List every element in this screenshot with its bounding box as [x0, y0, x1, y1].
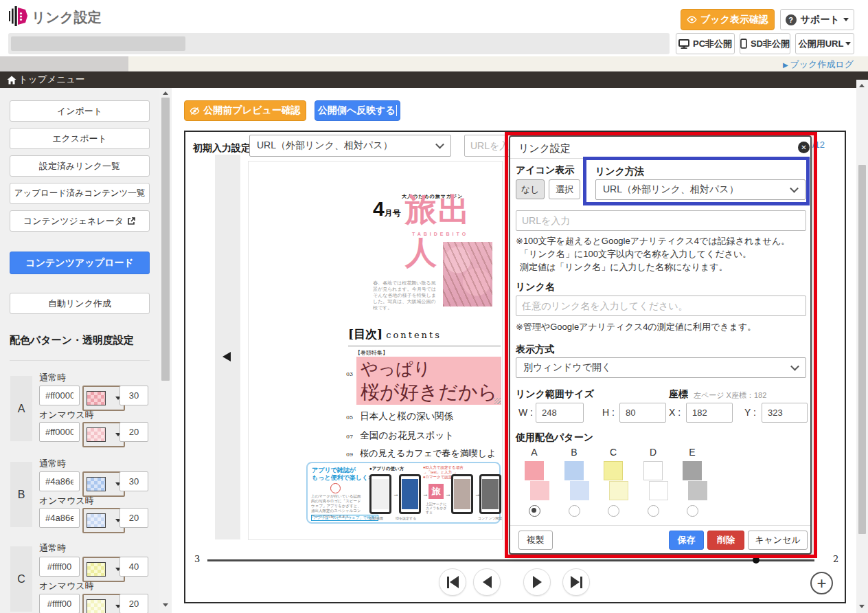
sidebar-item-link-list[interactable]: 設定済みリンク一覧 [10, 155, 150, 177]
w-label: W : [518, 407, 533, 418]
duplicate-button[interactable]: 複製 [518, 531, 553, 550]
slider-right-page-number: 2 [833, 554, 838, 564]
pattern-c-normal-swatch-dropdown[interactable] [82, 557, 125, 582]
display-mode-select[interactable]: 別ウィンドウで開く [516, 357, 806, 378]
delete-button[interactable]: 削除 [707, 531, 744, 550]
pattern-d-radio[interactable] [648, 505, 659, 517]
next-page-button[interactable] [523, 568, 551, 596]
pattern-b-label: B [10, 462, 32, 527]
pattern-b-hover-opacity-input[interactable] [119, 508, 148, 528]
prev-page-button[interactable] [473, 568, 501, 596]
pattern-c-hover-color-input[interactable] [39, 594, 80, 613]
pattern-c-normal-color-input[interactable] [39, 557, 80, 577]
scroll-down-icon[interactable] [163, 603, 168, 607]
pc-private-button[interactable]: PC非公開 [676, 33, 735, 54]
top-menu-link[interactable]: トップメニュー [7, 74, 84, 86]
x-input[interactable] [686, 403, 733, 423]
pattern-c-hover-swatch-dropdown[interactable] [82, 594, 125, 613]
public-url-button[interactable]: 公開用URL [795, 33, 854, 54]
pattern-hover-swatch [530, 481, 549, 500]
pattern-c-hover-opacity-input[interactable] [119, 594, 148, 613]
link-method-select[interactable]: URL（外部リンク、相対パス） [595, 179, 806, 200]
chevron-down-icon [790, 362, 799, 371]
sidebar-item-export[interactable]: エクスポート [10, 128, 150, 149]
pattern-b-hover-swatch-dropdown[interactable] [82, 508, 125, 533]
sd-private-button[interactable]: SD非公開 [740, 33, 790, 54]
toc-item: 07 全国のお花見スポット [346, 428, 454, 442]
pattern-normal-swatch [643, 461, 663, 480]
initial-input-label: 初期入力設定 [193, 142, 251, 155]
last-page-button[interactable] [562, 568, 590, 596]
y-input[interactable] [762, 403, 808, 423]
color-swatch [87, 562, 106, 577]
pattern-a-normal-opacity-input[interactable] [119, 386, 148, 405]
first-page-button[interactable] [439, 568, 466, 596]
eye-icon [687, 15, 697, 24]
support-button[interactable]: ? サポート [780, 9, 854, 30]
pattern-a-label: A [10, 376, 32, 441]
pattern-b-radio[interactable] [569, 505, 580, 517]
resize-handle[interactable] [494, 398, 501, 404]
url-input[interactable] [516, 210, 806, 231]
toc-rule [348, 346, 501, 346]
pattern-hover-swatch [649, 481, 668, 500]
pattern-a-normal-color-input[interactable] [39, 386, 80, 405]
sidebar-item-auto-link[interactable]: 自動リンク作成 [10, 293, 150, 314]
pattern-a-radio[interactable] [529, 505, 540, 517]
pattern-b-normal-swatch-dropdown[interactable] [82, 471, 125, 497]
page-slider-track[interactable] [207, 559, 814, 561]
pattern-b-normal-opacity-input[interactable] [119, 471, 148, 491]
scroll-up-icon[interactable] [163, 91, 168, 95]
divider [10, 360, 150, 361]
pattern-a-hover-swatch-dropdown[interactable] [82, 422, 125, 447]
sidebar-scrollbar-thumb[interactable] [161, 98, 170, 381]
scroll-up-icon[interactable] [859, 84, 865, 87]
book-title-redacted [11, 36, 185, 51]
icon-none-button[interactable]: なし [516, 179, 545, 199]
pattern-a-hover-opacity-input[interactable] [119, 422, 148, 442]
height-input[interactable] [619, 403, 666, 423]
sidebar-item-content-upload[interactable]: コンテンツアップロード [10, 252, 150, 274]
pattern-e-radio[interactable] [687, 505, 698, 517]
width-input[interactable] [536, 403, 584, 423]
book-log-link[interactable]: ▶ ブック作成ログ [783, 58, 854, 71]
feature-title-line1: やっぱり [361, 357, 431, 380]
toc-item: 05 日本人と桜の深い関係 [346, 409, 453, 423]
caret-down-icon [843, 18, 849, 21]
pattern-a-normal-swatch-dropdown[interactable] [82, 386, 125, 411]
pattern-b-normal-color-input[interactable] [39, 471, 80, 491]
scroll-down-icon[interactable] [859, 605, 865, 608]
link-highlight-region[interactable]: やっぱり 桜が好きだから [356, 357, 501, 405]
initial-link-method-select[interactable]: URL（外部リンク、相対パス） [249, 135, 451, 157]
page-flip-strip[interactable] [215, 155, 240, 539]
zoom-in-button[interactable]: + [810, 572, 833, 594]
url-note-1: ※100文字を超えるとGoogleアナリティクス4では記録されません。 [516, 235, 790, 247]
pattern-b-hover-color-input[interactable] [39, 508, 80, 528]
feature-tag: 【巻頭特集】 [355, 349, 388, 357]
sidebar-item-import[interactable]: インポート [10, 100, 150, 122]
window-scrollbar-thumb[interactable] [858, 165, 866, 534]
feature-title-line2: 桜が好きだから [361, 379, 497, 405]
bar-icon [580, 577, 582, 588]
pattern-a-hover-color-input[interactable] [39, 422, 80, 442]
slider-left-page-number: 3 [194, 554, 200, 564]
book-view-button[interactable]: ブック表示確認 [681, 9, 775, 30]
pattern-normal-swatch [683, 461, 702, 480]
pattern-c-normal-opacity-input[interactable] [119, 557, 148, 577]
magazine-page[interactable]: 2 大人のための旅マガジン 4月号 旅出人 TABIDEBITO 春、各地では桜… [249, 161, 502, 539]
link-name-input[interactable] [516, 296, 806, 316]
sidebar-item-uploaded-contents[interactable]: アップロード済みコンテンツ一覧 [10, 183, 150, 204]
bar-icon [447, 577, 449, 588]
cancel-button[interactable]: キャンセル [748, 531, 808, 550]
publish-button[interactable]: 公開側へ反映する [315, 100, 400, 121]
pattern-c-label: C [10, 546, 32, 612]
close-icon[interactable]: ✕ [798, 142, 810, 153]
x-label: X : [669, 407, 681, 418]
icon-select-button[interactable]: 選択 [549, 179, 580, 199]
promo-search-tag: アプリは「スピードウェブ」で検索!! [311, 515, 378, 521]
page-slider-handle[interactable] [753, 557, 760, 564]
preview-before-publish-button[interactable]: 公開前プレビュー確認 [184, 100, 306, 121]
pattern-c-radio[interactable] [608, 505, 619, 517]
save-button[interactable]: 保存 [669, 531, 704, 550]
sidebar-item-content-generator[interactable]: コンテンツジェネレータ [10, 210, 150, 232]
